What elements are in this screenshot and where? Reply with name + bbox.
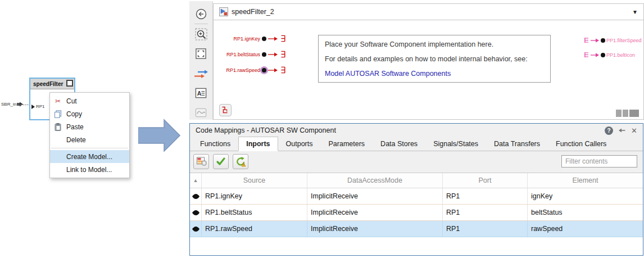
zoom-magnifier-icon <box>194 28 208 41</box>
menu-item-copy[interactable]: Copy <box>50 107 129 120</box>
external-signal-label: SBR_in <box>1 102 16 107</box>
inport-eye-icon <box>192 227 199 232</box>
model-canvas[interactable]: RP1.ignKey RP1.beltStatus <box>213 20 644 120</box>
image-preview-button[interactable] <box>193 106 209 120</box>
tab-data-stores[interactable]: Data Stores <box>373 137 425 151</box>
filter-contents-input[interactable] <box>561 155 637 168</box>
signal-dot-icon <box>262 37 266 41</box>
tab-signals-states[interactable]: Signals/States <box>425 137 486 151</box>
signal-dashed-connector <box>20 105 29 105</box>
block-inport[interactable]: RP1 <box>31 104 45 109</box>
inport-rawspeed[interactable]: RP1.rawSpeed <box>214 66 285 74</box>
scissors-icon: ✂ <box>53 97 62 105</box>
menu-item-label: Paste <box>66 123 84 131</box>
signal-arrow-icon <box>268 36 278 42</box>
table-row[interactable]: RP1.ignKey ImplicitReceive RP1 ignKey <box>190 188 643 205</box>
dock-icon[interactable] <box>618 127 626 134</box>
menu-item-link-to-model[interactable]: Link to Model... <box>50 163 129 176</box>
cell-element: rawSpeed <box>528 221 643 237</box>
collapse-caret-icon[interactable]: ▲ <box>193 178 198 183</box>
receiver-port-icon <box>280 66 285 74</box>
annotation-line: Place your Software Component implementa… <box>325 40 544 48</box>
inport-triangle-icon <box>31 105 35 109</box>
menu-item-paste[interactable]: Paste <box>50 120 129 133</box>
cell-element: ignKey <box>528 188 643 204</box>
receiver-port-icon <box>280 35 285 42</box>
cell-mode: ImplicitReceive <box>307 205 443 220</box>
code-mappings-title: Code Mappings - AUTOSAR SW Component <box>196 126 336 134</box>
panel-bar-icon[interactable] <box>629 110 639 117</box>
simulink-editor: A speedFilter_2 ▼ RP1 <box>189 1 644 120</box>
sample-time-legend-button[interactable] <box>219 104 232 116</box>
inport-label: RP1.rawSpeed <box>226 67 260 73</box>
outport-belticon[interactable]: PP1.beltIcon <box>584 51 635 58</box>
annotation-icon: A <box>194 87 207 99</box>
menu-item-create-model[interactable]: Create Model... <box>50 150 129 163</box>
tab-inports[interactable]: Inports <box>238 137 278 151</box>
tab-data-transfers[interactable]: Data Transfers <box>486 137 548 151</box>
breadcrumb-model-name: speedFilter_2 <box>232 8 274 16</box>
wave-preview-icon <box>194 106 207 119</box>
inports-table: ▲ Source DataAccessMode Port Element RP1… <box>190 173 643 255</box>
code-mappings-panel: Code Mappings - AUTOSAR SW Component ? ✕… <box>189 123 643 256</box>
cell-mode: ImplicitReceive <box>307 221 443 237</box>
cell-source: RP1.ignKey <box>202 188 307 204</box>
context-menu: ✂ Cut Copy Paste Del <box>49 92 130 178</box>
annotation-line: For details and examples on how to model… <box>325 55 544 63</box>
menu-item-label: Delete <box>66 136 86 144</box>
tab-outports[interactable]: Outports <box>278 137 321 151</box>
cell-mode: ImplicitReceive <box>307 188 443 204</box>
table-row[interactable]: RP1.beltStatus ImplicitReceive RP1 beltS… <box>190 205 643 221</box>
svg-text:!: ! <box>243 163 244 166</box>
provider-port-icon <box>584 52 589 58</box>
annotation-button[interactable]: A <box>193 86 209 100</box>
outport-filterspeed[interactable]: PP1.filterSpeed <box>584 37 642 44</box>
back-arrow-icon <box>195 8 207 20</box>
close-icon[interactable]: ✕ <box>631 127 637 134</box>
panel-bar-icon[interactable] <box>616 110 622 117</box>
table-row-selected[interactable]: RP1.rawSpeed ImplicitReceive RP1 rawSpee… <box>190 221 643 237</box>
update-code-mappings-button[interactable]: ! <box>233 154 248 169</box>
editor-palette: A <box>189 1 213 120</box>
menu-item-delete[interactable]: Delete <box>50 133 129 146</box>
inport-eye-icon <box>192 194 199 199</box>
documentation-link[interactable]: Model AUTOSAR Software Components <box>325 70 544 78</box>
dual-signal-arrows-icon <box>194 69 208 80</box>
help-icon[interactable]: ? <box>605 126 613 135</box>
outport-label: PP1.beltIcon <box>606 52 635 58</box>
column-header-source: Source <box>202 173 307 188</box>
validate-button[interactable] <box>213 154 229 169</box>
block-inport-label: RP1 <box>36 104 45 109</box>
inport-ignkey[interactable]: RP1.ignKey <box>214 35 285 42</box>
inport-beltstatus[interactable]: RP1.beltStatus <box>214 51 285 58</box>
breadcrumb-dropdown-icon[interactable]: ▼ <box>632 9 638 15</box>
inport-eye-icon <box>192 210 199 215</box>
panel-bar-icon[interactable] <box>623 110 628 117</box>
signal-routing-button[interactable] <box>193 67 209 81</box>
app-root: speedFilter RP1 SBR_in ✂ Cut Copy <box>0 0 644 258</box>
model-file-icon <box>219 7 228 16</box>
fit-to-view-icon <box>194 47 207 60</box>
code-mappings-tabs: Functions Inports Outports Parameters Da… <box>190 137 643 151</box>
back-button[interactable] <box>193 7 209 21</box>
minimized-panel-bars[interactable] <box>616 110 639 117</box>
signal-dot-icon <box>262 52 266 57</box>
fit-to-view-button[interactable] <box>193 47 209 61</box>
receiver-port-icon <box>280 51 285 58</box>
menu-item-cut[interactable]: ✂ Cut <box>50 94 129 107</box>
paste-icon <box>53 123 62 131</box>
signal-arrow-icon <box>268 67 278 73</box>
zoom-fit-button[interactable] <box>193 27 209 41</box>
mapping-editor-button[interactable] <box>193 154 209 169</box>
signal-arrow-icon <box>268 52 278 57</box>
menu-item-label: Create Model... <box>66 153 112 161</box>
cell-source: RP1.rawSpeed <box>202 221 307 237</box>
block-corner-checkbox[interactable] <box>66 80 73 87</box>
breadcrumb[interactable]: speedFilter_2 ▼ <box>213 3 644 20</box>
outport-label: PP1.filterSpeed <box>606 38 642 43</box>
tab-parameters[interactable]: Parameters <box>321 137 373 151</box>
green-check-icon <box>216 156 226 166</box>
signal-arrow-icon <box>591 38 600 43</box>
tab-function-callers[interactable]: Function Callers <box>548 137 614 151</box>
tab-functions[interactable]: Functions <box>192 137 238 151</box>
